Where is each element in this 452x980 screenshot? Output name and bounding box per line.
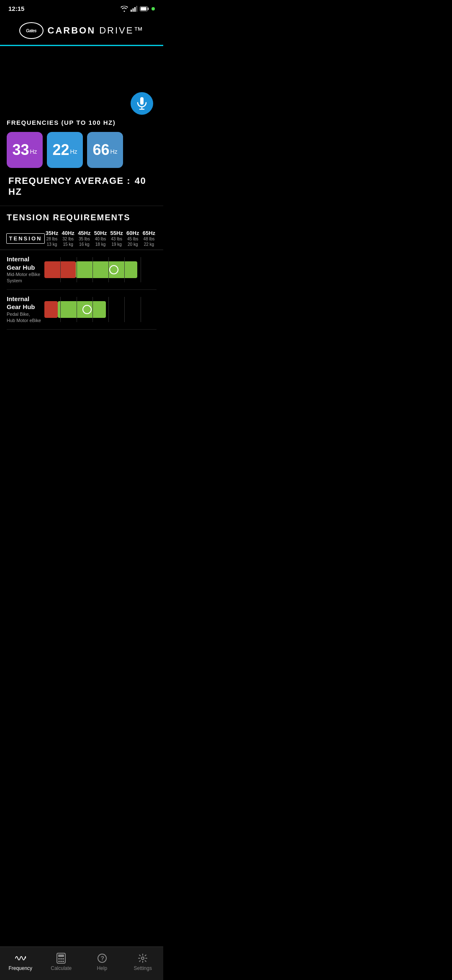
tension-word: TENSION: [6, 233, 45, 244]
freq-average-label: FREQUENCY AVERAGE :: [8, 175, 131, 186]
freq-unit-1: Hz: [70, 148, 77, 155]
grid-line: [108, 297, 109, 322]
battery-dot: [152, 7, 155, 10]
freq-unit-2: Hz: [110, 148, 117, 155]
time: 12:15: [8, 5, 24, 12]
tension-row-0: Internal Gear Hub Mid-Motor eBike System: [7, 250, 157, 290]
mic-button[interactable]: [131, 92, 153, 115]
tension-indicator-1: [82, 305, 92, 314]
logo-brand: CARBON DRIVE™: [48, 25, 144, 36]
svg-rect-5: [141, 7, 146, 10]
wifi-icon: [121, 6, 128, 12]
grid-line: [92, 297, 93, 322]
tension-hz-5: 60Hz: [126, 230, 139, 236]
tension-lbs-3: 40 lbs: [95, 236, 106, 242]
logo-container: Gates CARBON DRIVE™: [19, 22, 144, 39]
tension-kg-1: 15 kg: [63, 242, 73, 247]
tension-lbs-0: 28 lbs: [46, 236, 58, 242]
tension-bar-area-0: [44, 257, 157, 282]
tension-header-label: TENSION: [7, 227, 44, 250]
tension-bar-red-1: [44, 301, 58, 318]
tension-lbs-4: 43 lbs: [111, 236, 122, 242]
freq-average-value: 40: [135, 175, 146, 186]
tension-bar-green-1: [58, 301, 106, 318]
tension-row-title-1: Internal Gear Hub: [7, 295, 41, 311]
tension-indicator-0: [109, 265, 118, 274]
tension-row-1: Internal Gear Hub Pedal Bike,Hub Motor e…: [7, 290, 157, 330]
tension-col-3: 50Hz 40 lbs 18 kg: [93, 227, 108, 250]
tension-row-title-0: Internal Gear Hub: [7, 255, 41, 271]
tension-section: TENSION REQUIREMENTS TENSION 35Hz 28 lbs…: [0, 206, 163, 330]
tension-row-sub-1: Pedal Bike,Hub Motor eBike: [7, 311, 41, 324]
main-content: FREQUENCIES (UP TO 100 HZ) 33 Hz 22 Hz 6…: [0, 84, 163, 197]
svg-rect-1: [133, 8, 134, 12]
tension-hz-0: 35Hz: [46, 230, 58, 236]
logo-area: Gates CARBON DRIVE™: [0, 15, 163, 45]
svg-rect-6: [140, 97, 144, 105]
frequencies-label: FREQUENCIES (UP TO 100 HZ): [7, 119, 157, 126]
tension-lbs-2: 35 lbs: [79, 236, 90, 242]
freq-card-0: 33 Hz: [7, 132, 43, 168]
grid-line: [124, 257, 125, 282]
tension-bar-area-1: [44, 297, 157, 322]
grid-line: [77, 297, 77, 322]
freq-card-2: 66 Hz: [87, 132, 123, 168]
freq-cards: 33 Hz 22 Hz 66 Hz: [7, 132, 157, 168]
tension-hz-6: 65Hz: [143, 230, 155, 236]
tension-bar-green-0: [76, 261, 137, 278]
freq-unit-0: Hz: [30, 148, 37, 155]
tension-lbs-5: 45 lbs: [127, 236, 139, 242]
tension-row-sub-0: Mid-Motor eBike System: [7, 271, 41, 284]
tension-kg-5: 20 kg: [128, 242, 138, 247]
svg-rect-3: [136, 6, 138, 12]
tension-rows: Internal Gear Hub Mid-Motor eBike System: [0, 250, 163, 330]
tension-hz-1: 40Hz: [62, 230, 74, 236]
freq-average-unit: Hz: [8, 186, 22, 197]
freq-value-2: 66: [92, 141, 109, 159]
tension-col-4: 55Hz 43 lbs 19 kg: [109, 227, 124, 250]
tension-kg-2: 16 kg: [79, 242, 89, 247]
svg-rect-2: [134, 7, 136, 12]
tension-col-1: 40Hz 32 lbs 15 kg: [61, 227, 76, 250]
status-icons: [121, 6, 155, 12]
tension-kg-4: 19 kg: [111, 242, 121, 247]
tension-lbs-1: 32 lbs: [62, 236, 74, 242]
grid-line: [124, 297, 125, 322]
grid-line: [141, 257, 141, 282]
spacer-top: [0, 46, 163, 84]
tension-hz-3: 50Hz: [94, 230, 107, 236]
bottom-spacer: [0, 330, 163, 367]
tension-col-6: 65Hz 48 lbs 22 kg: [141, 227, 157, 250]
tension-title: TENSION REQUIREMENTS: [0, 206, 163, 227]
logo-oval: Gates: [19, 22, 44, 39]
freq-value-0: 33: [12, 141, 29, 159]
tension-row-label-0: Internal Gear Hub Mid-Motor eBike System: [7, 255, 44, 284]
signal-icon: [131, 6, 137, 12]
grid-line: [60, 257, 61, 282]
tension-hz-4: 55Hz: [110, 230, 123, 236]
tension-header: TENSION 35Hz 28 lbs 13 kg 40Hz 32 lbs 15…: [0, 227, 163, 250]
grid-line: [60, 297, 61, 322]
tension-col-0: 35Hz 28 lbs 13 kg: [44, 227, 59, 250]
grid-line: [77, 257, 77, 282]
logo-oval-text: Gates: [26, 28, 36, 33]
freq-card-1: 22 Hz: [47, 132, 83, 168]
grid-line: [141, 297, 141, 322]
battery-icon: [140, 6, 149, 11]
tension-row-label-1: Internal Gear Hub Pedal Bike,Hub Motor e…: [7, 295, 44, 324]
freq-value-1: 22: [52, 141, 69, 159]
freq-average: FREQUENCY AVERAGE : 40 Hz: [7, 175, 157, 197]
tension-kg-3: 18 kg: [95, 242, 105, 247]
svg-rect-0: [131, 10, 132, 12]
tension-hz-2: 45Hz: [78, 230, 90, 236]
mic-area: [7, 84, 157, 119]
tension-col-2: 45Hz 35 lbs 16 kg: [77, 227, 92, 250]
status-bar: 12:15: [0, 0, 163, 15]
tension-cols: 35Hz 28 lbs 13 kg 40Hz 32 lbs 15 kg 45Hz…: [44, 227, 157, 250]
tension-kg-0: 13 kg: [47, 242, 57, 247]
tension-col-5: 60Hz 45 lbs 20 kg: [125, 227, 140, 250]
tension-kg-6: 22 kg: [144, 242, 154, 247]
grid-line: [92, 257, 93, 282]
microphone-icon: [136, 97, 147, 110]
tension-lbs-6: 48 lbs: [144, 236, 155, 242]
